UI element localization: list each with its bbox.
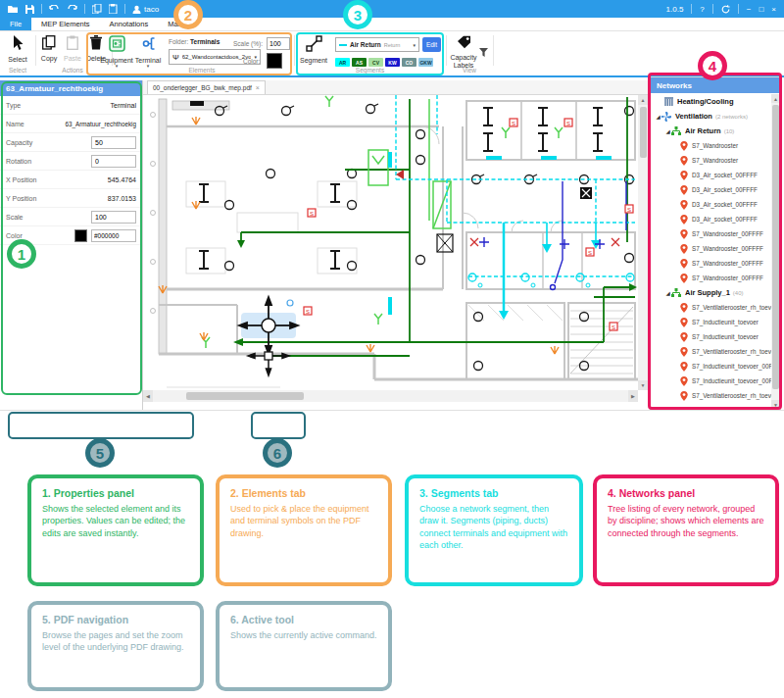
rotation-input[interactable] xyxy=(91,155,136,168)
user-account[interactable]: taco xyxy=(132,5,159,14)
equipment-icon xyxy=(109,35,125,52)
ribbon-divider xyxy=(493,35,494,66)
network-item[interactable]: D3_Air_socket_00FFFF xyxy=(651,212,771,226)
annotation-marker-5: 5 xyxy=(85,438,115,468)
menu-mep-elements[interactable]: MEP Elements xyxy=(31,18,99,30)
network-item[interactable]: S7_Wandrooster_00FFFF xyxy=(651,226,771,241)
tree-node-heating-cooling[interactable]: Heating/Cooling xyxy=(651,94,771,109)
tree-node-air-return[interactable]: ◢ Air Return(10) xyxy=(651,124,771,138)
network-item[interactable]: S7_Ventilatierooster_rh_toevoer xyxy=(651,388,771,403)
callout-body: Tree listing of every network, grouped b… xyxy=(608,503,764,539)
color-hex-input[interactable] xyxy=(91,229,136,242)
titlebar-separator xyxy=(691,4,692,14)
networks-scrollbar[interactable]: ▲ ▼ xyxy=(771,94,780,409)
canvas-vertical-scrollbar[interactable]: ▲ ▼ xyxy=(638,95,648,390)
network-item[interactable]: S7_Ventilatierooster_rh_toevoer xyxy=(651,344,771,359)
property-row-y-position: Y Position837.0153 xyxy=(0,189,142,208)
network-item[interactable]: S7_Inductieunit_toevoer xyxy=(651,329,771,344)
redo-icon[interactable] xyxy=(67,5,77,14)
annotation-marker-2: 2 xyxy=(173,0,203,29)
save-icon[interactable] xyxy=(25,5,34,14)
svg-text:S: S xyxy=(306,309,310,315)
annotation-marker-3: 3 xyxy=(343,0,372,29)
undo-icon[interactable] xyxy=(49,5,60,14)
maximize-icon[interactable]: □ xyxy=(759,5,763,14)
network-item[interactable]: S7_Inductieunit_toevoer xyxy=(651,315,771,329)
help-icon[interactable]: ? xyxy=(700,5,704,14)
segment-chip-as[interactable]: AS xyxy=(352,58,367,67)
edit-network-button[interactable]: Edit xyxy=(422,37,441,52)
menu-annotations[interactable]: Annotations xyxy=(100,18,159,30)
tree-node-ventilation[interactable]: ◢ Ventilation(2 networks) xyxy=(651,109,771,124)
network-item[interactable]: S7_Wandrooster xyxy=(651,153,771,168)
callout-title: 1. Properties panel xyxy=(42,487,189,499)
color-swatch[interactable] xyxy=(74,229,87,242)
pin-icon xyxy=(680,318,688,327)
svg-text:S: S xyxy=(627,207,631,213)
network-item[interactable]: S7_Wandrooster xyxy=(651,138,771,153)
segment-button[interactable]: Segment xyxy=(298,35,329,64)
segment-chip-kw[interactable]: KW xyxy=(385,58,400,67)
document-tab[interactable]: 00_onderlegger_BG_bwk_mep.pdf × xyxy=(147,80,266,94)
copy-icon[interactable] xyxy=(92,4,102,14)
network-item[interactable]: S7_Wandrooster_00FFFF xyxy=(651,256,771,271)
callout-properties-panel: 1. Properties panel Shows the selected e… xyxy=(27,474,204,586)
scale-property-input[interactable] xyxy=(91,211,136,224)
paste-icon[interactable] xyxy=(109,4,118,14)
pin-icon xyxy=(680,244,688,254)
network-item[interactable]: D3_Air_socket_00FFFF xyxy=(651,168,771,182)
titlebar-separator xyxy=(738,4,739,14)
pin-icon xyxy=(680,347,688,357)
expander-icon: ◢ xyxy=(664,128,671,134)
folder-label: Folder: Terminals xyxy=(169,38,220,45)
titlebar-separator xyxy=(124,4,125,14)
callout-body: Used to pick & place the equipment and t… xyxy=(230,503,377,539)
group-caption-segments: Segments xyxy=(294,67,446,74)
tree-node-air-supply[interactable]: ◢ Air Supply_1(40) xyxy=(651,285,771,300)
close-icon[interactable]: × xyxy=(771,5,776,14)
svg-text:S: S xyxy=(512,121,515,126)
terminal-icon xyxy=(140,35,157,52)
filter-icon[interactable] xyxy=(479,43,489,61)
folder-value: Terminals xyxy=(190,38,220,45)
close-tab-icon[interactable]: × xyxy=(256,84,260,91)
segment-chip-co[interactable]: CO xyxy=(402,58,416,67)
network-item[interactable]: S7_Inductieunit_toevoer_00FF00 xyxy=(651,374,771,388)
select-tool-button[interactable]: Select xyxy=(4,35,31,63)
callout-title: 6. Active tool xyxy=(230,614,377,625)
network-item[interactable]: S7_Wandrooster_00FFFF xyxy=(651,241,771,256)
menu-file[interactable]: File xyxy=(0,18,31,30)
property-row-capacity: Capacity xyxy=(0,133,142,152)
pin-icon xyxy=(680,229,688,239)
minimize-icon[interactable]: − xyxy=(747,5,752,14)
network-item[interactable]: D3_Air_socket_00FFFF xyxy=(651,197,771,212)
scale-label: Scale (%): xyxy=(233,40,263,47)
network-item[interactable]: D3_Air_socket_00FFFF xyxy=(651,182,771,197)
pdf-canvas[interactable]: S S S S S S S xyxy=(143,95,638,402)
network-item[interactable]: S7_Wandrooster_00FFFF xyxy=(651,271,771,285)
pin-icon xyxy=(680,303,688,313)
network-item[interactable]: S7_Ventilatierooster_rh_toevoer xyxy=(651,300,771,315)
scale-input[interactable] xyxy=(267,37,290,50)
segment-chip-ar[interactable]: AR xyxy=(335,58,350,67)
capacity-labels-button[interactable]: CapacityLabels xyxy=(449,35,478,69)
color-label: Color: xyxy=(243,58,260,65)
segment-chip-gkw[interactable]: GKW xyxy=(418,58,433,67)
canvas-horizontal-scrollbar[interactable]: ◀ ▶ xyxy=(143,390,638,402)
pin-icon xyxy=(680,141,688,151)
capacity-input[interactable] xyxy=(91,136,136,149)
network-dropdown[interactable]: Air Return Return ▾ xyxy=(335,37,419,52)
callout-title: 4. Networks panel xyxy=(608,487,764,499)
callout-body: Shows the selected element and its prope… xyxy=(42,503,189,539)
network-item[interactable]: S7_Inductieunit_toevoer_00FF00 xyxy=(651,359,771,374)
group-caption-view: View xyxy=(446,67,493,74)
titlebar-separator xyxy=(84,4,85,14)
scroll-down-icon: ▼ xyxy=(638,380,648,390)
terminal-button[interactable]: Terminal ▾ xyxy=(133,35,163,68)
segment-chip-cv[interactable]: CV xyxy=(368,58,383,67)
network-sub: Return xyxy=(384,42,401,48)
open-folder-icon[interactable] xyxy=(8,5,19,14)
equipment-button[interactable]: Equipment ▾ xyxy=(100,35,133,68)
refresh-icon[interactable] xyxy=(721,5,730,14)
scrollbar-thumb xyxy=(640,107,647,158)
